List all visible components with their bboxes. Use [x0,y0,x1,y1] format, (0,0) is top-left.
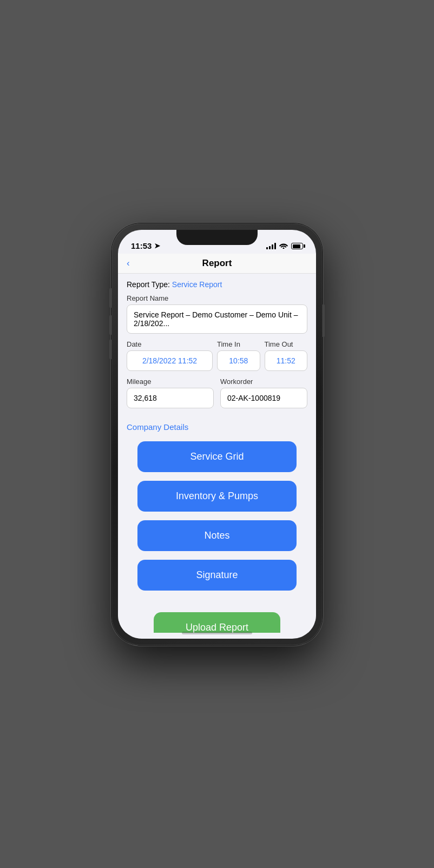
signature-button[interactable]: Signature [137,560,297,591]
time-out-input[interactable]: 11:52 [265,350,308,371]
nav-bar: ‹ Report [118,254,316,274]
datetime-row: Date 2/18/2022 11:52 Time In 10:58 Time … [127,340,307,371]
signal-icon [266,243,276,249]
inventory-pumps-button[interactable]: Inventory & Pumps [137,481,297,512]
company-details-link[interactable]: Company Details [127,422,307,432]
mileage-field-group: Mileage 32,618 [127,377,214,408]
time-in-label: Time In [217,340,260,348]
nav-title: Report [202,258,232,269]
date-field-group: Date 2/18/2022 11:52 [127,340,213,371]
report-type-row: Report Type: Service Report [127,280,307,289]
notch [176,230,258,245]
wifi-icon [279,242,288,250]
time-out-field-group: Time Out 11:52 [265,340,308,371]
mileage-label: Mileage [127,377,214,386]
time-in-field-group: Time In 10:58 [217,340,260,371]
phone-frame: 11:53 ➤ ‹ Report [111,223,323,645]
date-label: Date [127,340,213,348]
date-input[interactable]: 2/18/2022 11:52 [127,350,213,371]
phone-screen: 11:53 ➤ ‹ Report [118,230,316,639]
report-name-input[interactable]: Service Report – Demo Customer – Demo Un… [127,304,307,334]
home-indicator [182,632,252,634]
service-grid-button[interactable]: Service Grid [137,441,297,472]
status-icons [266,242,303,250]
mileage-workorder-row: Mileage 32,618 Workorder 02-AK-1000819 [127,377,307,408]
upload-report-button[interactable]: Upload Report [154,612,280,633]
workorder-field-group: Workorder 02-AK-1000819 [220,377,307,408]
report-type-value[interactable]: Service Report [172,280,222,289]
battery-icon [291,243,303,249]
workorder-label: Workorder [220,377,307,386]
report-name-label: Report Name [127,294,307,302]
content-area: Report Type: Service Report Report Name … [118,274,316,633]
mileage-input[interactable]: 32,618 [127,388,214,408]
time-display: 11:53 [131,241,152,250]
time-in-input[interactable]: 10:58 [217,350,260,371]
time-out-label: Time Out [265,340,308,348]
location-icon: ➤ [154,242,160,250]
notes-button[interactable]: Notes [137,520,297,551]
status-time: 11:53 ➤ [131,241,160,250]
back-button[interactable]: ‹ [127,258,130,269]
workorder-input[interactable]: 02-AK-1000819 [220,388,307,408]
report-type-label: Report Type: [127,280,170,289]
